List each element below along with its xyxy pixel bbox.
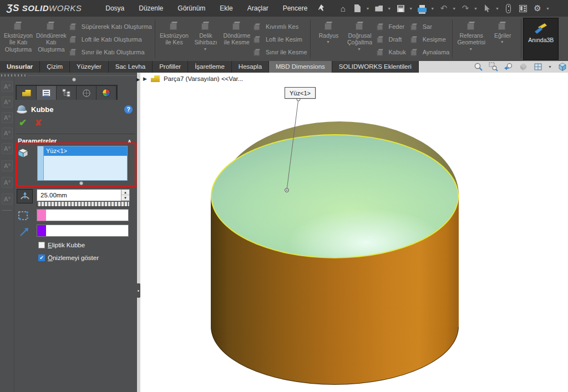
save-icon[interactable]: [394, 2, 407, 15]
shell-button[interactable]: Kabuk: [376, 47, 406, 57]
mbd-tool-icon-6[interactable]: A°: [2, 160, 13, 171]
new-document-dropdown-icon[interactable]: ▼: [366, 7, 369, 11]
lofted-cut-button[interactable]: Loft ile Kesim: [252, 34, 307, 44]
tab-mbd-dimensions[interactable]: MBD Dimensions: [269, 61, 332, 73]
mbd-tool-icon-8[interactable]: A°: [2, 194, 13, 205]
menu-dosya[interactable]: Dosya: [98, 0, 131, 17]
view-orientation-icon[interactable]: [533, 62, 543, 72]
home-icon[interactable]: ⌂: [337, 2, 349, 15]
distance-thumbwheel[interactable]: [37, 202, 130, 207]
fillet-dropdown-icon[interactable]: ▼: [326, 40, 330, 44]
instant3d-button[interactable]: Anında3B: [523, 18, 559, 60]
options-gear-icon[interactable]: ⚙: [531, 2, 544, 15]
swept-boss-button[interactable]: Süpürerek Katı Oluşturma: [68, 22, 152, 32]
show-preview-label[interactable]: Önizlemeyi göster: [48, 254, 99, 261]
flyout-expand-icon[interactable]: ▶: [136, 77, 140, 82]
display-manager-tab[interactable]: [97, 86, 116, 100]
zoom-to-fit-icon[interactable]: [473, 62, 483, 72]
direction-selection-box[interactable]: [37, 225, 129, 237]
distance-input[interactable]: 25.00mm ▲ ▼: [37, 189, 130, 201]
tab-cizim[interactable]: Çizim: [40, 61, 70, 73]
tab-solidworks-eklentileri[interactable]: SOLIDWORKS Eklentileri: [332, 61, 419, 73]
elliptical-dome-checkbox[interactable]: [38, 242, 45, 248]
listbox-resize-dot[interactable]: [79, 181, 83, 185]
tab-profiller[interactable]: Profiller: [153, 61, 188, 73]
mbd-tool-icon-4[interactable]: A°: [2, 128, 13, 139]
tree-expand-icon[interactable]: ▶: [143, 76, 147, 82]
collapse-chevron-icon[interactable]: ∧: [128, 138, 131, 144]
configuration-manager-tab[interactable]: [57, 86, 77, 100]
mbd-tool-icon-5[interactable]: A°: [2, 143, 13, 154]
feature-manager-tab[interactable]: [17, 86, 37, 100]
cancel-x-icon[interactable]: ✘: [34, 118, 42, 128]
help-icon[interactable]: ?: [124, 105, 133, 114]
property-manager-tab[interactable]: [37, 86, 57, 100]
constraint-selection-box[interactable]: [37, 209, 129, 221]
reference-geometry-button[interactable]: Referans Geometrisi ▼: [455, 20, 487, 53]
parameters-section-header[interactable]: Parametreler ∧: [18, 136, 131, 145]
previous-view-icon[interactable]: [503, 62, 513, 72]
panel-resize-dot[interactable]: [72, 78, 76, 82]
face-selection-listbox[interactable]: Yüz<1>: [37, 146, 128, 181]
select-cursor-icon[interactable]: [481, 2, 493, 15]
revolved-cut-button[interactable]: Döndürme ile Kesme: [221, 20, 252, 47]
menu-araclar[interactable]: Araçlar: [240, 0, 276, 17]
wrap-button[interactable]: Sar: [409, 22, 450, 32]
revolved-boss-button[interactable]: Döndürerek Katı Oluşturma: [34, 20, 68, 54]
boundary-boss-button[interactable]: Sınır ile Katı Oluşturma: [68, 47, 152, 57]
extruded-boss-button[interactable]: Ekstrüzyon İle Katı Oluşturma: [2, 20, 34, 54]
linear-pattern-button[interactable]: Doğrusal Çoğaltma ▼: [344, 20, 376, 53]
intersect-button[interactable]: Kesişme: [409, 34, 450, 44]
spinner-down-icon[interactable]: ▼: [121, 195, 129, 201]
hole-wizard-button[interactable]: Delik Sihirbazı ▼: [190, 20, 221, 53]
lofted-boss-button[interactable]: Loft ile Katı Oluşturma: [68, 34, 152, 44]
linear-pattern-dropdown-icon[interactable]: ▼: [357, 47, 361, 52]
undo-dropdown-icon[interactable]: ▼: [452, 7, 456, 11]
redo-dropdown-icon[interactable]: ▼: [474, 7, 478, 11]
hole-wizard-dropdown-icon[interactable]: ▼: [203, 47, 207, 52]
selected-face-item[interactable]: Yüz<1>: [44, 146, 127, 156]
dimxpert-manager-tab[interactable]: [77, 86, 97, 100]
pin-menu-icon[interactable]: [318, 4, 324, 12]
print-dropdown-icon[interactable]: ▼: [430, 7, 434, 11]
menu-ekle[interactable]: Ekle: [212, 0, 240, 17]
section-view-icon[interactable]: [518, 62, 528, 72]
ok-check-icon[interactable]: ✔: [19, 117, 27, 129]
mbd-tool-icon-7[interactable]: A°: [2, 177, 13, 188]
new-document-icon[interactable]: [351, 2, 363, 15]
distance-value[interactable]: 25.00mm: [37, 192, 121, 198]
menu-gorunum[interactable]: Görünüm: [170, 0, 212, 17]
spinner-up-icon[interactable]: ▲: [121, 190, 129, 195]
fillet-button[interactable]: Radyus ▼: [313, 20, 344, 46]
mirror-button[interactable]: Aynalama: [409, 47, 450, 57]
curves-dropdown-icon[interactable]: ▼: [500, 40, 504, 44]
dome-preview-face[interactable]: [211, 134, 459, 258]
tab-sac-levha[interactable]: Sac Levha: [109, 61, 153, 73]
tab-yuzeyler[interactable]: Yüzeyler: [70, 61, 109, 73]
elliptical-dome-label[interactable]: Eliptik Kubbe: [48, 242, 85, 248]
open-document-icon[interactable]: [373, 2, 385, 15]
draft-button[interactable]: Draft: [376, 34, 406, 44]
extruded-cut-button[interactable]: Ekstrüzyon ile Kes: [158, 20, 190, 47]
tab-isaretleme[interactable]: İşaretleme: [188, 61, 232, 73]
part-tree-item[interactable]: Parça7 (Varsayılan) <<Var...: [164, 75, 243, 82]
select-dropdown-icon[interactable]: ▼: [495, 7, 499, 11]
mbd-tool-icon-1[interactable]: A°: [2, 81, 13, 92]
show-preview-checkbox[interactable]: [38, 254, 45, 261]
curves-button[interactable]: Eğriler ▼: [487, 20, 518, 46]
view-orientation-dropdown-icon[interactable]: ▼: [548, 65, 552, 69]
zoom-to-area-icon[interactable]: [488, 62, 498, 72]
tab-hesapla[interactable]: Hesapla: [232, 61, 269, 73]
task-panes-icon[interactable]: [517, 2, 529, 15]
menu-pencere[interactable]: Pencere: [276, 0, 315, 17]
graphics-viewport[interactable]: ▶ Parça7 (Varsayılan) <<Var... Yüz<1>: [140, 73, 568, 392]
print-icon[interactable]: [416, 2, 428, 15]
tab-unsurlar[interactable]: Unsurlar: [0, 61, 40, 73]
mbd-tool-icon-2[interactable]: A°: [2, 96, 13, 108]
menu-duzenle[interactable]: Düzenle: [131, 0, 170, 17]
open-dropdown-icon[interactable]: ▼: [387, 7, 391, 11]
touch-mode-icon[interactable]: [503, 2, 515, 15]
face-callout[interactable]: Yüz<1>: [285, 87, 316, 99]
redo-icon[interactable]: ↷: [459, 2, 471, 15]
rib-button[interactable]: Feder: [376, 22, 406, 32]
